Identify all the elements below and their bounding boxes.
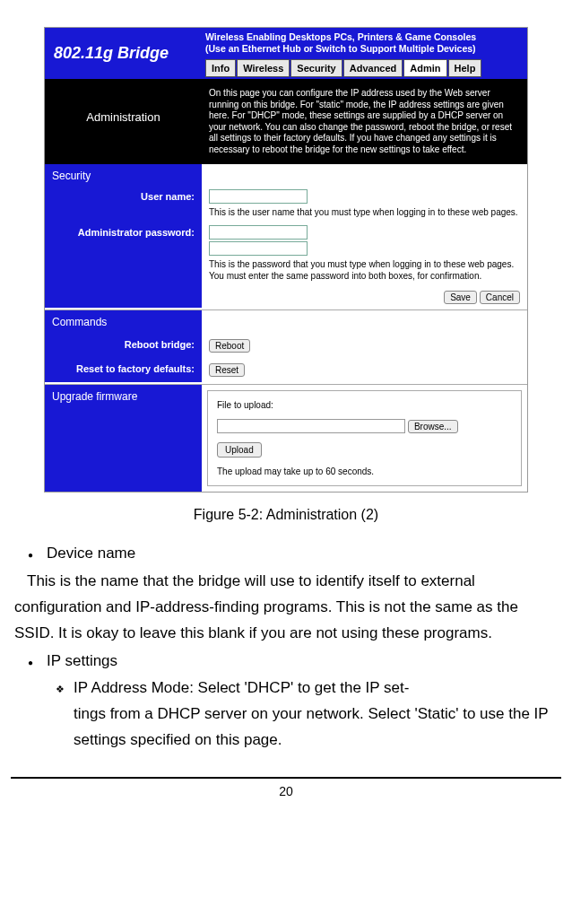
bullet-ip-settings: ● IP settings <box>14 649 558 675</box>
commands-header-row: Commands <box>45 310 527 334</box>
tab-info[interactable]: Info <box>205 59 236 77</box>
file-upload-label: File to upload: <box>217 400 512 410</box>
commands-heading: Commands <box>45 310 202 334</box>
upload-note: The upload may take up to 60 seconds. <box>217 466 512 476</box>
bullet-device-name: ● Device name <box>14 541 558 567</box>
footer-divider <box>11 777 561 779</box>
file-path-input[interactable] <box>217 419 405 433</box>
header: 802.11g Bridge Wireless Enabling Desktop… <box>45 28 527 79</box>
nav-tabs: Info Wireless Security Advanced Admin He… <box>205 59 524 77</box>
password-input-2[interactable] <box>209 241 308 256</box>
password-input-1[interactable] <box>209 225 308 240</box>
subtitle-line2: (Use an Ethernet Hub or Switch to Suppor… <box>205 43 524 55</box>
admin-section: Administration On this page you can conf… <box>45 79 527 164</box>
save-cancel-row: Save Cancel <box>45 287 527 308</box>
document-body: ● Device name This is the name that the … <box>0 541 572 754</box>
diamond-bullet-icon: ❖ <box>47 681 74 698</box>
security-header-row: Security <box>45 164 527 187</box>
reboot-row: Reboot bridge: Reboot <box>45 334 527 358</box>
subtitle-line1: Wireless Enabling Desktops PCs, Printers… <box>205 31 524 43</box>
tab-security[interactable]: Security <box>290 59 342 77</box>
cancel-button[interactable]: Cancel <box>480 291 520 304</box>
bullet-dot-icon: ● <box>14 547 47 562</box>
tab-wireless[interactable]: Wireless <box>237 59 290 77</box>
tab-help[interactable]: Help <box>448 59 482 77</box>
upgrade-row: Upgrade firmware File to upload: Browse.… <box>45 385 527 492</box>
password-row: Administrator password: This is the pass… <box>45 223 527 287</box>
para-device-name: This is the name that the bridge will us… <box>14 569 558 647</box>
admin-heading: Administration <box>45 79 202 164</box>
password-help: This is the password that you must type … <box>209 258 520 282</box>
reset-button[interactable]: Reset <box>209 363 245 377</box>
admin-screenshot: 802.11g Bridge Wireless Enabling Desktop… <box>44 27 528 493</box>
tab-advanced[interactable]: Advanced <box>343 59 403 77</box>
bullet-dot-icon: ● <box>14 655 47 670</box>
para-ip-mode: tings from a DHCP server on your network… <box>14 702 558 754</box>
upgrade-heading: Upgrade firmware <box>45 385 202 492</box>
figure-caption: Figure 5-2: Administration (2) <box>0 507 572 523</box>
username-row: User name: This is the user name that yo… <box>45 187 527 223</box>
sub-bullet-ip-mode: ❖ IP Address Mode: Select 'DHCP' to get … <box>14 676 558 702</box>
username-input[interactable] <box>209 189 308 204</box>
upload-box: File to upload: Browse... Upload The upl… <box>207 390 522 486</box>
upload-button[interactable]: Upload <box>217 442 262 458</box>
security-heading: Security <box>45 164 202 187</box>
page-number: 20 <box>0 784 572 807</box>
reset-label: Reset to factory defaults: <box>76 363 195 374</box>
reboot-label: Reboot bridge: <box>125 339 195 350</box>
tab-admin[interactable]: Admin <box>403 59 446 77</box>
reset-row: Reset to factory defaults: Reset <box>45 358 527 382</box>
product-title: 802.11g Bridge <box>45 28 202 79</box>
admin-intro: On this page you can configure the IP ad… <box>202 79 527 164</box>
save-button[interactable]: Save <box>444 291 477 304</box>
browse-button[interactable]: Browse... <box>408 420 458 433</box>
username-help: This is the user name that you must type… <box>209 206 520 218</box>
reboot-button[interactable]: Reboot <box>209 339 250 353</box>
password-label: Administrator password: <box>78 227 195 238</box>
username-label: User name: <box>141 191 195 202</box>
